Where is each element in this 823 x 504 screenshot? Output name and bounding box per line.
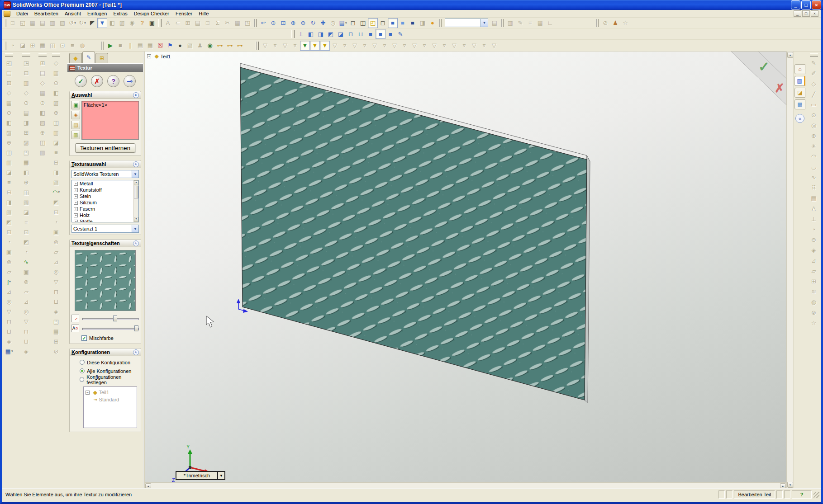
tool-icon[interactable]: ≡ (21, 217, 32, 227)
tool-icon[interactable]: ▦ (21, 157, 32, 167)
search-combo[interactable]: ▼ (445, 19, 488, 27)
filter-vertices-icon[interactable]: ▼ (300, 41, 310, 51)
tool-icon[interactable]: ▤ (135, 41, 145, 51)
tool-icon[interactable]: ◨ (21, 118, 32, 127)
texture-icon[interactable]: ▨ (117, 18, 127, 28)
scroll-up-icon[interactable]: ▲ (134, 180, 138, 185)
rebuild-icon[interactable]: ◉ (127, 18, 137, 28)
chevron-down-icon[interactable]: ▼ (217, 472, 224, 479)
chevron-down-icon[interactable]: ▼ (132, 225, 138, 232)
toolbar-grip[interactable] (254, 19, 257, 27)
tool-icon[interactable]: ◨ (51, 167, 62, 177)
toolbar-grip[interactable] (158, 19, 162, 27)
collapse-tree-icon[interactable]: − (86, 391, 90, 395)
tool-icon[interactable]: ⊔ (21, 336, 32, 346)
arc-icon[interactable]: ◠▾ (51, 187, 62, 197)
tool-icon[interactable]: ◪ (21, 207, 32, 217)
trim-icon[interactable]: ⊖ (808, 235, 820, 245)
menu-fenster[interactable]: Fenster (172, 10, 195, 17)
toolbar-grip[interactable] (22, 53, 30, 57)
perspective-icon[interactable]: ■ (408, 18, 418, 28)
perimeter-circle-icon[interactable]: ◎ (808, 120, 820, 131)
sketch-icon[interactable]: ✎ (808, 58, 820, 68)
tool-icon[interactable]: ◫ (48, 41, 57, 51)
tool-icon[interactable]: ▽ (370, 41, 380, 51)
tool-icon[interactable]: ▣ (51, 227, 62, 237)
menu-extras[interactable]: Extras (110, 10, 130, 17)
view-orientation-tab[interactable]: *Trimetrisch ▼ (176, 471, 225, 480)
texture-name-combo[interactable]: Gestanzt 1 ▼ (71, 225, 139, 233)
tool-icon[interactable]: ◔ (21, 247, 32, 257)
equation-icon[interactable]: Σ (213, 18, 223, 28)
title-bar[interactable]: SW SolidWorks Office Premium 2007 - [Tei… (0, 0, 823, 10)
line-icon[interactable]: ╱ (808, 89, 820, 99)
rotate-3d-icon[interactable]: ◷ (328, 18, 338, 28)
check-entity-icon[interactable]: ♟ (610, 18, 620, 28)
tool-icon[interactable]: ◍ (77, 41, 87, 51)
point-icon[interactable]: ⠿ (808, 183, 820, 193)
tool-icon[interactable]: ◰ (21, 147, 32, 157)
group-textureigenschaften-header[interactable]: Textureigenschaften « (70, 240, 141, 247)
group-auswahl-header[interactable]: Auswahl « (70, 91, 141, 99)
vertical-scrollbar[interactable]: ▲ ▼ (786, 52, 793, 488)
tool-icon[interactable]: ⊿ (51, 257, 62, 267)
tool-icon[interactable]: ◇ (4, 88, 14, 98)
tool-icon[interactable]: ♟ (195, 41, 205, 51)
perpendicular-icon[interactable]: ⊥ (808, 214, 820, 224)
expand-icon[interactable]: + (74, 182, 78, 186)
select-body-icon[interactable]: ▤ (71, 121, 80, 129)
select-face-icon[interactable]: ▣ (71, 101, 80, 109)
grid-system-icon[interactable]: ▦▾ (4, 346, 14, 356)
circle-icon[interactable]: ⊙ (808, 110, 820, 120)
tool-icon[interactable]: ⊚ (4, 257, 14, 267)
expand-icon[interactable]: + (74, 201, 78, 205)
view-orientation-icon[interactable]: ▤▾ (338, 18, 348, 28)
isometric-view-icon[interactable]: ■ (366, 29, 376, 39)
tab-featuremanager[interactable]: ◆ (69, 53, 82, 63)
zoom-area-icon[interactable]: ⊡ (278, 18, 288, 28)
freeform-icon[interactable]: ∿ (21, 257, 32, 267)
tool-icon[interactable]: ◫ (4, 147, 14, 157)
tool-icon[interactable]: ◰ (4, 58, 14, 68)
chevron-down-icon[interactable]: ▼ (132, 170, 138, 178)
file-explorer-icon[interactable]: ▩ (794, 99, 805, 109)
tool-icon[interactable]: ✎ (515, 18, 525, 28)
tool-icon[interactable]: ⊓ (21, 326, 32, 336)
tool-icon[interactable]: ⊚ (21, 277, 32, 287)
collapse-icon[interactable]: « (133, 92, 139, 98)
tool-icon[interactable]: ▿ (340, 41, 350, 51)
stop-icon[interactable]: ■ (115, 41, 125, 51)
filter-icon[interactable]: ▽ (280, 41, 290, 51)
left-view-icon[interactable]: ◩ (326, 29, 336, 39)
right-view-icon[interactable]: ◪ (336, 29, 346, 39)
tool-icon[interactable]: ⊡ (4, 227, 14, 237)
scroll-down-icon[interactable]: ▼ (134, 217, 138, 222)
tool-icon[interactable]: ◧ (4, 118, 14, 127)
flag-icon[interactable]: ⚑ (165, 41, 175, 51)
tool-icon[interactable]: ▤ (37, 68, 48, 78)
spellcheck-icon[interactable]: A (163, 18, 173, 28)
tool-icon[interactable]: ⊙ (4, 108, 14, 118)
tool-icon[interactable]: ≡ (67, 41, 77, 51)
mdi-minimize-button[interactable]: _ (794, 10, 801, 17)
screen-capture-icon[interactable]: ▣ (147, 18, 157, 28)
configuration-tree[interactable]: − ◆ Teil1 ⊸ Standard (83, 386, 137, 428)
tool-icon[interactable]: ▿ (439, 41, 449, 51)
solidworks-resources-icon[interactable]: ▥ (794, 76, 805, 86)
tool-icon[interactable]: ▱ (21, 287, 32, 297)
home-icon[interactable]: ⌂ (794, 64, 805, 74)
toolbar-grip[interactable] (256, 42, 259, 50)
sketch-3d-icon[interactable]: ✐ (808, 68, 820, 79)
texture-category[interactable]: +Stein (72, 193, 138, 199)
smart-dimension-icon[interactable]: ◇ (808, 79, 820, 89)
tool-icon[interactable]: ⊿ (21, 297, 32, 306)
radio-icon[interactable] (80, 368, 85, 373)
tool-icon[interactable]: ▦ (4, 98, 14, 108)
zoom-previous-icon[interactable]: ↩ (258, 18, 268, 28)
collapse-taskpane-icon[interactable]: « (795, 114, 804, 123)
texture-category[interactable]: +Holz (72, 212, 138, 218)
tool-icon[interactable]: ≡ (525, 18, 535, 28)
tool-icon[interactable]: ▥ (51, 127, 62, 137)
tool-icon[interactable]: ▤ (490, 18, 500, 28)
toolbar-grip[interactable] (501, 19, 504, 27)
